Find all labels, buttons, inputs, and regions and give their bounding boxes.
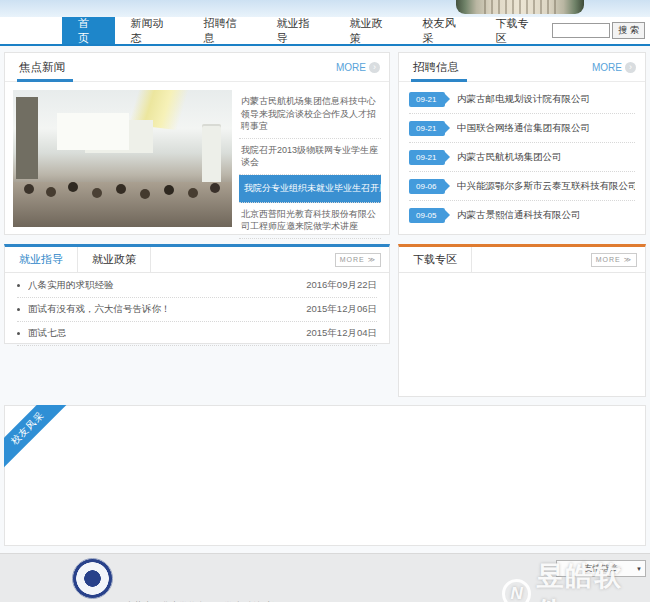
guidance-item[interactable]: 面试有没有戏，六大信号告诉你！ 2015年12月06日 bbox=[17, 298, 377, 322]
guidance-list: 八条实用的求职经验 2016年09月22日 面试有没有戏，六大信号告诉你！ 20… bbox=[5, 273, 389, 346]
recruitment-more-link[interactable]: MORE › bbox=[592, 62, 636, 73]
download-more-button[interactable]: MORE ≫ bbox=[591, 253, 637, 267]
alumni-ribbon-wrap: 校友风采 bbox=[4, 405, 70, 471]
guidance-item-date: 2015年12月04日 bbox=[306, 327, 377, 340]
download-tab[interactable]: 下载专区 bbox=[399, 247, 472, 272]
more-label: MORE bbox=[592, 62, 622, 73]
search-input[interactable] bbox=[552, 23, 610, 38]
company-name: 内蒙古民航机场集团公司 bbox=[457, 151, 562, 164]
recruitment-header: 招聘信息 MORE › bbox=[399, 53, 645, 82]
recruitment-panel: 招聘信息 MORE › 09-21 内蒙古邮电规划设计院有限公司 09-21 中… bbox=[398, 52, 646, 235]
date-badge: 09-21 bbox=[409, 121, 445, 136]
bullet-icon bbox=[17, 332, 20, 335]
company-name: 内蒙古邮电规划设计院有限公司 bbox=[457, 93, 590, 106]
nav-search: 搜 索 bbox=[552, 17, 645, 44]
recruitment-item[interactable]: 09-05 内蒙古景熙信通科技有限公司 bbox=[409, 201, 635, 229]
guidance-more-button[interactable]: MORE ≫ bbox=[335, 253, 381, 267]
guidance-item[interactable]: 面试七忌 2015年12月04日 bbox=[17, 322, 377, 346]
focus-news-header: 焦点新闻 MORE › bbox=[5, 53, 389, 82]
focus-news-item[interactable]: 内蒙古民航机场集团信息科技中心领导来我院洽谈校企合作及人才招聘事宜 bbox=[239, 90, 381, 139]
recruitment-item[interactable]: 09-06 中兴能源鄂尔多斯市云泰互联科技有限公司 bbox=[409, 172, 635, 201]
search-button[interactable]: 搜 索 bbox=[612, 22, 645, 39]
download-panel: 下载专区 MORE ≫ bbox=[398, 244, 646, 397]
nav-tab[interactable]: 就业指导 bbox=[261, 17, 334, 44]
photo-window bbox=[57, 113, 129, 150]
date-badge: 09-06 bbox=[409, 179, 445, 194]
footer: 内蒙古工业大学信息工程学院 版权所有 学校地址: 内蒙古自治区呼和浩特市新城区爱… bbox=[0, 553, 650, 602]
friend-links-select[interactable]: -友情链接- ▼ bbox=[556, 560, 646, 577]
more-arrow-icon: › bbox=[625, 62, 636, 73]
nav-tabs: 首页 新闻动态 招聘信息 就业指导 就业政策 校友风采 下载专区 bbox=[62, 17, 552, 44]
guidance-tab-row: 就业指导 就业政策 MORE ≫ bbox=[5, 247, 389, 273]
recruitment-item[interactable]: 09-21 内蒙古民航机场集团公司 bbox=[409, 143, 635, 172]
focus-news-list: 内蒙古民航机场集团信息科技中心领导来我院洽谈校企合作及人才招聘事宜 我院召开20… bbox=[239, 90, 381, 262]
main-nav: 首页 新闻动态 招聘信息 就业指导 就业政策 校友风采 下载专区 搜 索 bbox=[0, 17, 650, 46]
guidance-item-title: 面试有没有戏，六大信号告诉你！ bbox=[28, 303, 171, 316]
focus-news-photo[interactable] bbox=[13, 90, 232, 227]
select-value: -友情链接- bbox=[581, 563, 621, 575]
guidance-item-date: 2015年12月06日 bbox=[306, 303, 377, 316]
footer-text: 内蒙古工业大学信息工程学院 版权所有 学校地址: 内蒙古自治区呼和浩特市新城区爱… bbox=[125, 561, 396, 602]
alumni-ribbon: 校友风采 bbox=[4, 405, 70, 471]
nav-tab[interactable]: 首页 bbox=[62, 17, 115, 44]
guidance-item-title: 面试七忌 bbox=[28, 327, 66, 340]
download-tab-row: 下载专区 MORE ≫ bbox=[399, 247, 645, 273]
guidance-tab[interactable]: 就业政策 bbox=[78, 247, 151, 272]
photo-people bbox=[13, 182, 232, 227]
guidance-item-date: 2016年09月22日 bbox=[306, 279, 377, 292]
photo-door bbox=[16, 97, 38, 179]
focus-news-item[interactable]: 我院分专业组织未就业毕业生召开座谈会 bbox=[239, 175, 381, 203]
nav-tab[interactable]: 新闻动态 bbox=[115, 17, 188, 44]
bullet-icon bbox=[17, 308, 20, 311]
more-arrow-icon: › bbox=[369, 62, 380, 73]
focus-news-title: 焦点新闻 bbox=[19, 53, 65, 81]
more-label: MORE bbox=[336, 62, 366, 73]
campus-building-image bbox=[456, 0, 584, 14]
company-name: 中兴能源鄂尔多斯市云泰互联科技有限公司 bbox=[457, 180, 635, 193]
company-name: 中国联合网络通信集团有限公司 bbox=[457, 122, 590, 135]
chevron-down-icon: ▼ bbox=[636, 566, 642, 572]
guidance-item[interactable]: 八条实用的求职经验 2016年09月22日 bbox=[17, 274, 377, 298]
focus-news-body: 内蒙古民航机场集团信息科技中心领导来我院洽谈校企合作及人才招聘事宜 我院召开20… bbox=[5, 82, 389, 270]
download-empty-body bbox=[399, 273, 645, 393]
university-seal-logo bbox=[72, 558, 113, 599]
guidance-panel: 就业指导 就业政策 MORE ≫ 八条实用的求职经验 2016年09月22日 面… bbox=[4, 244, 390, 344]
recruitment-list: 09-21 内蒙古邮电规划设计院有限公司 09-21 中国联合网络通信集团有限公… bbox=[399, 82, 645, 229]
focus-news-panel: 焦点新闻 MORE › 内蒙古民航机场集团信息科技中心领导来我院洽谈校企合作及人… bbox=[4, 52, 390, 235]
nav-tab[interactable]: 校友风采 bbox=[407, 17, 480, 44]
date-badge: 09-05 bbox=[409, 208, 445, 223]
nav-tab[interactable]: 下载专区 bbox=[480, 17, 553, 44]
nav-tab[interactable]: 招聘信息 bbox=[188, 17, 261, 44]
recruitment-item[interactable]: 09-21 内蒙古邮电规划设计院有限公司 bbox=[409, 85, 635, 114]
recruitment-item[interactable]: 09-21 中国联合网络通信集团有限公司 bbox=[409, 114, 635, 143]
photo-people-heads bbox=[24, 184, 34, 194]
guidance-item-title: 八条实用的求职经验 bbox=[28, 279, 114, 292]
focus-news-more-link[interactable]: MORE › bbox=[336, 62, 380, 73]
recruitment-title: 招聘信息 bbox=[413, 53, 459, 81]
focus-news-item[interactable]: 北京西普阳光教育科技股份有限公司工程师应邀来院做学术讲座 bbox=[239, 203, 381, 239]
alumni-panel: 校友风采 bbox=[4, 405, 646, 546]
nav-tab[interactable]: 就业政策 bbox=[334, 17, 407, 44]
guidance-tab[interactable]: 就业指导 bbox=[5, 247, 78, 272]
company-name: 内蒙古景熙信通科技有限公司 bbox=[457, 209, 581, 222]
date-badge: 09-21 bbox=[409, 150, 445, 165]
focus-news-item[interactable]: 我院召开2013级物联网专业学生座谈会 bbox=[239, 139, 381, 175]
sky-banner bbox=[0, 0, 650, 17]
copyright-line: 内蒙古工业大学信息工程学院 版权所有 bbox=[125, 597, 396, 602]
date-badge: 09-21 bbox=[409, 92, 445, 107]
bullet-icon bbox=[17, 284, 20, 287]
